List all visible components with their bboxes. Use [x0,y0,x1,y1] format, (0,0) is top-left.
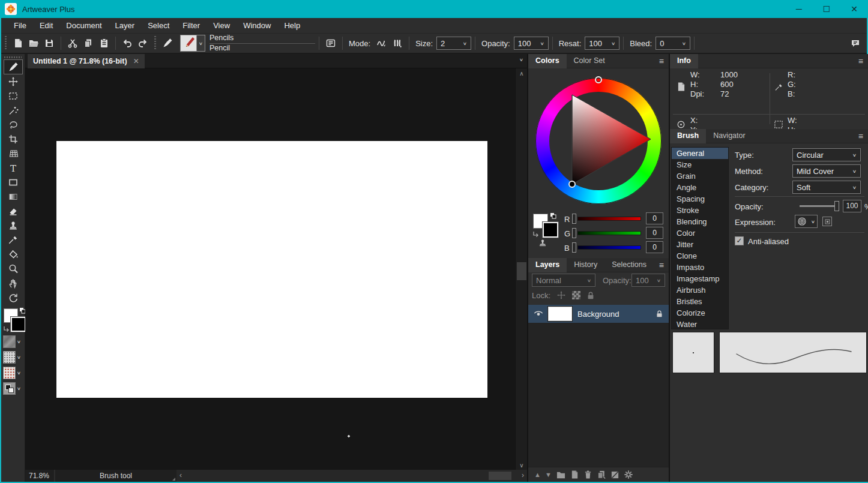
red-slider-handle[interactable] [572,214,576,224]
pattern-picker[interactable]: ∨ [3,366,23,380]
panel-menu-icon[interactable]: ≡ [858,56,863,66]
stamp-icon[interactable] [538,239,547,247]
panel-menu-icon[interactable]: ≡ [858,131,863,141]
copy-button[interactable] [80,35,96,51]
opacity-select[interactable]: 100∨ [514,37,549,50]
brush-category-general[interactable]: General [672,148,728,159]
canvas-viewport[interactable] [25,68,515,470]
vertical-scrollbar[interactable]: ∧ ∨ [515,68,527,470]
layer-settings-gear-icon[interactable] [624,470,633,479]
scroll-down-icon[interactable]: ∨ [516,460,528,470]
hue-ring-selector[interactable] [595,76,602,83]
horizontal-scrollbar[interactable]: ‹ › [176,470,527,482]
feedback-comment-button[interactable] [848,35,863,51]
category-select[interactable]: Soft∨ [792,181,861,194]
brush-opacity-slider-handle[interactable] [834,201,839,211]
new-group-folder-icon[interactable] [556,470,566,479]
cut-button[interactable] [65,35,80,51]
brush-category-imagestamp[interactable]: Imagestamp [672,273,728,284]
scroll-right-icon[interactable]: › [522,471,524,479]
lock-position-icon[interactable] [556,290,566,300]
tool-perspective-grid[interactable] [1,146,25,161]
chevron-down-icon[interactable]: ∨ [16,351,22,364]
tool-text[interactable]: T [1,161,25,175]
swap-colors-icon[interactable] [550,212,557,220]
toolbar-grip[interactable] [154,36,156,50]
panel-menu-icon[interactable]: ≡ [659,260,664,270]
tool-magic-wand[interactable] [1,103,25,118]
layer-visibility-eye-icon[interactable] [534,310,543,317]
layer-row-background[interactable]: Background [528,305,669,323]
tool-crop[interactable] [1,132,25,146]
lock-all-icon[interactable] [586,291,595,300]
gradient-picker[interactable]: ∨ [3,382,23,396]
freehand-mode-button[interactable] [374,35,390,51]
tool-fill-bucket[interactable] [1,247,25,262]
menu-file[interactable]: File [7,19,33,32]
tab-close-icon[interactable]: ✕ [133,57,139,65]
brush-category-blending[interactable]: Blending [672,216,728,227]
close-button[interactable]: ✕ [840,0,868,18]
tool-clone-stamp[interactable] [1,218,25,233]
brush-category-bristles[interactable]: Bristles [672,296,728,307]
brush-preset-thumbnail[interactable] [180,35,197,52]
tab-overflow-chevron-icon[interactable]: ∨ [519,57,523,62]
default-colors-icon[interactable] [2,325,10,332]
redo-button[interactable] [135,35,151,51]
horizontal-scroll-thumb[interactable] [489,472,511,480]
scroll-up-icon[interactable]: ∧ [516,68,528,78]
tool-rect-select[interactable] [1,89,25,103]
tool-gradient[interactable] [1,190,25,204]
open-button[interactable] [26,35,41,51]
canvas[interactable] [56,141,487,398]
brush-category-size[interactable]: Size [672,159,728,170]
duplicate-layer-icon[interactable] [597,470,606,479]
brush-category-clone[interactable]: Clone [672,250,728,262]
scroll-left-icon[interactable]: ‹ [179,471,182,479]
brush-category-impasto[interactable]: Impasto [672,262,728,273]
background-color-swatch[interactable] [11,317,26,332]
straight-lines-mode-button[interactable] [390,35,405,51]
menu-layer[interactable]: Layer [109,19,142,32]
panel-color-swatches[interactable] [532,212,563,248]
toolbar-grip[interactable] [5,36,7,50]
brush-category-color[interactable]: Color [672,227,728,239]
tab-info[interactable]: Info [670,54,698,68]
bleed-select[interactable]: 0∨ [656,37,690,50]
antialiased-checkbox[interactable]: ✓ [735,236,744,245]
expression-select[interactable]: ∨ [795,215,818,228]
brush-opacity-slider-track[interactable] [800,205,838,207]
tab-colors[interactable]: Colors [528,54,567,68]
document-tab[interactable]: Untitled 1 @ 71.8% (16-bit) ✕ [28,54,145,68]
new-layer-icon[interactable] [570,470,579,479]
chevron-down-icon[interactable]: ∨ [16,335,22,348]
zoom-level-field[interactable]: 71.8% [25,470,55,482]
sv-triangle-selector[interactable] [568,181,576,188]
green-slider-track[interactable] [577,231,641,235]
save-button[interactable] [41,35,57,51]
minimize-button[interactable]: ─ [785,0,813,18]
brush-category-water[interactable]: Water [672,319,728,330]
tool-move[interactable] [1,74,25,89]
tool-brush[interactable] [4,59,23,74]
resat-select[interactable]: 100∨ [585,37,619,50]
brush-opacity-value-field[interactable]: 100 [843,200,861,212]
move-layer-up-icon[interactable]: ▲ [534,471,541,478]
size-select[interactable]: 2∨ [436,37,471,50]
background-color-swatch[interactable] [543,222,558,238]
toolstrip-grip[interactable] [4,56,22,58]
paper-texture-picker[interactable]: ∨ [3,335,23,349]
layer-locked-icon[interactable] [656,310,663,318]
brush-preset-dropdown[interactable]: ∨ [197,35,205,52]
red-value-field[interactable]: 0 [646,212,663,224]
tool-zoom[interactable] [1,262,25,276]
tab-brush[interactable]: Brush [670,129,706,143]
panel-menu-icon[interactable]: ≡ [659,56,664,66]
method-select[interactable]: Mild Cover∨ [792,164,861,178]
brush-category-airbrush[interactable]: Airbrush [672,284,728,296]
menu-document[interactable]: Document [59,19,108,32]
menu-window[interactable]: Window [237,19,277,32]
brush-category-stroke[interactable]: Stroke [672,205,728,216]
lock-transparency-icon[interactable] [572,291,580,299]
palette-toggle-button[interactable] [323,35,339,51]
